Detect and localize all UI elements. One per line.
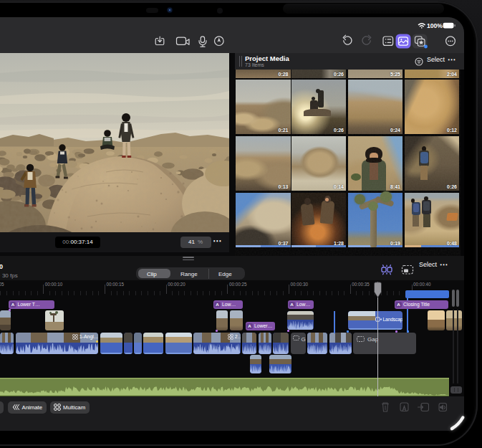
svg-text:100%: 100% bbox=[427, 22, 443, 29]
